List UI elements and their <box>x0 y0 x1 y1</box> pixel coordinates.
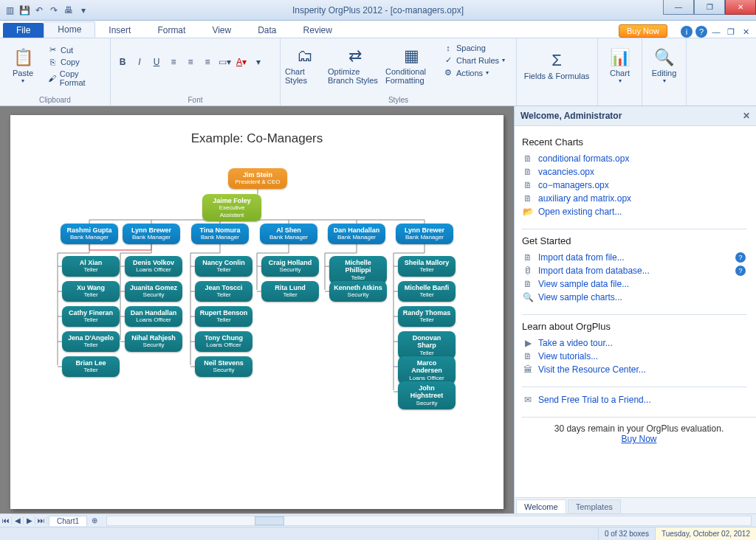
actions-button[interactable]: ⚙Actions▾ <box>440 67 508 78</box>
qat-dropdown-icon[interactable]: ▾ <box>77 4 90 17</box>
file-tab[interactable]: File <box>3 23 44 38</box>
minimize-button[interactable]: — <box>663 0 694 15</box>
save-icon[interactable]: 💾 <box>18 4 31 17</box>
panel-close-icon[interactable]: ✕ <box>743 111 750 121</box>
panel-link[interactable]: 📂Open existing chart... <box>522 205 756 218</box>
help-icon[interactable]: ? <box>695 26 707 38</box>
org-node[interactable]: Kenneth AtkinsSecurity <box>329 281 387 302</box>
panel-link[interactable]: 🗎vacancies.opx <box>522 165 756 179</box>
org-node[interactable]: Randy ThomasTeller <box>398 306 456 327</box>
org-node[interactable]: Lynn BrewerBank Manager <box>396 224 453 244</box>
trial-buy-now-link[interactable]: Buy Now <box>621 434 656 444</box>
highlight-button[interactable]: ▾ <box>251 55 266 69</box>
tab-view[interactable]: View <box>199 23 244 38</box>
optimize-branch-button[interactable]: ⇄Optimize Branch Styles <box>328 40 382 91</box>
tab-review[interactable]: Review <box>290 23 346 38</box>
conditional-formatting-button[interactable]: ▦Conditional Formatting <box>385 40 437 91</box>
info-icon[interactable]: i <box>681 26 693 38</box>
org-node[interactable]: Cathy FineranTeller <box>62 306 120 327</box>
org-node[interactable]: Jim SteinPresident & CEO <box>228 168 287 189</box>
send-trial-link[interactable]: ✉Send Free Trial to a Friend... <box>522 393 756 406</box>
org-node[interactable]: Tina NomuraBank Manager <box>191 224 249 244</box>
window-close-icon[interactable]: ✕ <box>740 26 752 38</box>
align-left-button[interactable]: ≡ <box>166 55 181 69</box>
org-node[interactable]: Jean ToscciTeller <box>195 281 252 302</box>
sheet-prev-icon[interactable]: ◀ <box>12 516 24 525</box>
panel-link[interactable]: 🗎View tutorials... <box>522 350 756 363</box>
buy-now-button[interactable]: Buy Now <box>619 24 667 38</box>
org-node[interactable]: Rita LundTeller <box>261 281 319 302</box>
org-node[interactable]: Michelle BanfiTeller <box>398 281 456 302</box>
canvas-area[interactable]: Example: Co-Managers Jim SteinPresident … <box>0 106 514 513</box>
org-node[interactable]: Jaime FoleyExecutive Assistant <box>202 194 261 221</box>
sheet-first-icon[interactable]: ⏮ <box>0 516 12 525</box>
print-icon[interactable]: 🖶 <box>62 4 75 17</box>
horizontal-scrollbar[interactable] <box>106 516 752 526</box>
org-node[interactable]: Michelle PhillippiTeller <box>329 256 387 284</box>
chart-button[interactable]: 📊Chart▾ <box>602 40 637 91</box>
cut-button[interactable]: ✂Cut <box>44 44 106 55</box>
window-restore-icon[interactable]: ❐ <box>725 26 737 38</box>
org-node[interactable]: Nihal RahjeshSecurity <box>125 331 182 352</box>
tab-format[interactable]: Format <box>144 23 199 38</box>
sheet-last-icon[interactable]: ⏭ <box>35 516 47 525</box>
org-node[interactable]: John HighstreetSecurity <box>398 381 456 409</box>
panel-link[interactable]: 🗎View sample data file... <box>522 277 756 291</box>
org-node[interactable]: Dan HandallanLoans Officer <box>125 306 182 327</box>
maximize-button[interactable]: ❐ <box>694 0 725 15</box>
org-chart[interactable]: Jim SteinPresident & CEOJaime FoleyExecu… <box>10 168 504 478</box>
org-node[interactable]: Al XianTeller <box>62 256 120 277</box>
org-node[interactable]: Denis VolkovLoans Officer <box>125 256 182 277</box>
org-node[interactable]: Jena D'AngeloTeller <box>62 331 120 352</box>
close-button[interactable]: ✕ <box>725 0 756 15</box>
org-node[interactable]: Dan HandallanBank Manager <box>328 224 385 244</box>
tab-data[interactable]: Data <box>244 23 289 38</box>
org-node[interactable]: Rashmi GuptaBank Manager <box>61 224 118 244</box>
tab-insert[interactable]: Insert <box>95 23 144 38</box>
org-node[interactable]: Juanita GomezSecurity <box>125 281 182 302</box>
panel-tab-welcome[interactable]: Welcome <box>516 499 566 513</box>
panel-link[interactable]: ▶Take a video tour... <box>522 336 756 350</box>
panel-link[interactable]: 🗎Import data from file...? <box>522 251 756 264</box>
editing-button[interactable]: 🔍Editing▾ <box>647 40 681 91</box>
org-node[interactable]: Tony ChungLoans Officer <box>195 331 252 352</box>
org-node[interactable]: Sheila MalloryTeller <box>398 256 456 277</box>
underline-button[interactable]: U <box>149 55 164 69</box>
bold-button[interactable]: B <box>115 55 130 69</box>
chart-styles-button[interactable]: 🗂Chart Styles <box>285 40 325 91</box>
org-node[interactable]: Craig HollandSecurity <box>261 256 319 277</box>
border-button[interactable]: ▭▾ <box>217 55 232 69</box>
sheet-next-icon[interactable]: ▶ <box>24 516 35 525</box>
org-node[interactable]: Lynn BrewerBank Manager <box>123 224 180 244</box>
org-node[interactable]: Nancy ConlinTeller <box>195 256 252 277</box>
align-right-button[interactable]: ≡ <box>200 55 215 69</box>
paste-button[interactable]: 📋Paste▾ <box>4 40 41 91</box>
sheet-tab-chart1[interactable]: Chart1 <box>49 516 87 526</box>
chart-rules-button[interactable]: ✓Chart Rules▾ <box>440 55 508 66</box>
org-node[interactable]: Brian LeeTeller <box>62 356 120 377</box>
org-node[interactable]: Marco AndersenLoans Officer <box>398 356 456 384</box>
org-node[interactable]: Xu WangTeller <box>62 281 120 302</box>
fields-formulas-button[interactable]: ΣFields & Formulas <box>521 40 592 91</box>
org-node[interactable]: Al ShenBank Manager <box>260 224 317 244</box>
italic-button[interactable]: I <box>132 55 147 69</box>
org-node[interactable]: Rupert BensonTeller <box>195 306 252 327</box>
panel-tab-templates[interactable]: Templates <box>568 499 621 513</box>
panel-link[interactable]: 🏛Visit the Resource Center... <box>522 363 756 376</box>
panel-link[interactable]: 🔍View sample charts... <box>522 291 756 304</box>
redo-icon[interactable]: ↷ <box>47 4 61 17</box>
tab-home[interactable]: Home <box>44 21 95 38</box>
window-minimize-icon[interactable]: — <box>710 26 722 38</box>
font-color-button[interactable]: A▾ <box>234 55 249 69</box>
panel-link[interactable]: 🗎conditional formats.opx <box>522 152 756 165</box>
copy-format-button[interactable]: 🖌Copy Format <box>44 69 106 88</box>
align-center-button[interactable]: ≡ <box>183 55 198 69</box>
panel-link[interactable]: 🗎auxiliary and matrix.opx <box>522 192 756 205</box>
panel-link[interactable]: 🗎co−managers.opx <box>522 179 756 192</box>
app-icon[interactable]: ▥ <box>3 4 16 17</box>
undo-icon[interactable]: ↶ <box>32 4 46 17</box>
org-node[interactable]: Donovan SharpTeller <box>398 331 456 359</box>
panel-link[interactable]: 🛢Import data from database...? <box>522 264 756 277</box>
copy-button[interactable]: ⎘Copy <box>44 57 106 67</box>
new-sheet-icon[interactable]: ⊕ <box>87 516 102 525</box>
